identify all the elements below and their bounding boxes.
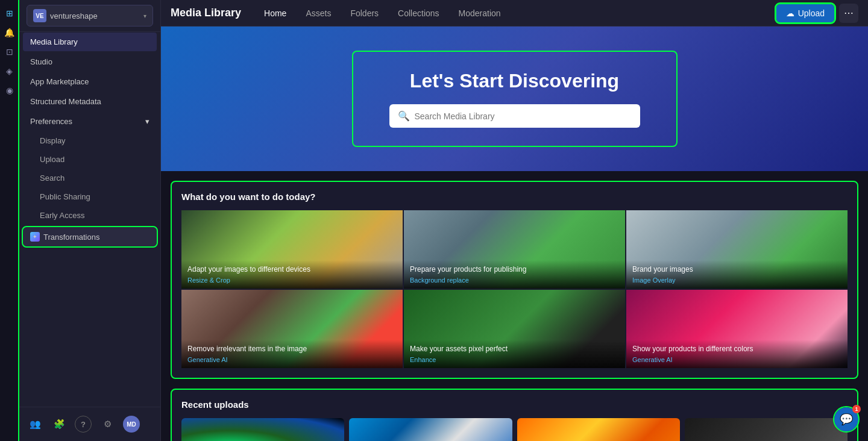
rail-home-icon[interactable]: ⊞ (1, 5, 18, 22)
upload-button[interactable]: ☁ Upload (776, 4, 834, 22)
card-overlay-6: Show your products in different colors G… (626, 340, 848, 368)
what-today-box: What do you want to do today? Adapt your… (171, 181, 858, 379)
sidebar-sub-item-display[interactable]: Display (23, 132, 157, 149)
nav-folders[interactable]: Folders (342, 5, 387, 22)
chat-support-button[interactable]: 💬 1 (834, 407, 858, 431)
card-title-3: Brand your images (632, 265, 841, 275)
action-card-resize-crop[interactable]: Adapt your images to different devices R… (181, 210, 403, 289)
search-icon: 🔍 (398, 110, 410, 122)
card-title-1: Adapt your images to different devices (187, 265, 397, 275)
topbar: Media Library Home Assets Folders Collec… (161, 0, 868, 27)
cloud-upload-icon: ☁ (786, 8, 794, 18)
card-overlay-3: Brand your images Image Overlay (626, 260, 848, 289)
sidebar-header: VE ventureshape ▾ (19, 0, 160, 32)
hero-section: Let's Start Discovering 🔍 (161, 27, 868, 171)
upload-item-1[interactable] (181, 418, 344, 441)
more-options-button[interactable]: ⋯ (839, 4, 858, 23)
action-card-image-overlay[interactable]: Brand your images Image Overlay (626, 210, 848, 289)
main-area: Media Library Home Assets Folders Collec… (161, 0, 868, 441)
page-title: Media Library (171, 7, 241, 19)
help-icon[interactable]: ? (75, 416, 92, 433)
action-grid: Adapt your images to different devices R… (181, 210, 848, 368)
what-today-section: What do you want to do today? Adapt your… (161, 171, 868, 441)
card-title-2: Prepare your products for publishing (410, 265, 619, 275)
user-avatar[interactable]: MD (123, 416, 140, 433)
card-link-2[interactable]: Background replace (410, 277, 619, 284)
recent-uploads-section: Recent uploads (171, 389, 858, 441)
nav-assets[interactable]: Assets (297, 5, 339, 22)
sidebar-sub-item-search[interactable]: Search (23, 169, 157, 187)
card-title-4: Remove irrelevant items in the image (187, 345, 397, 354)
sidebar-item-app-marketplace[interactable]: App Marketplace (23, 72, 157, 91)
action-card-generative-ai-2[interactable]: Show your products in different colors G… (626, 290, 848, 368)
upload-item-2[interactable] (349, 418, 512, 441)
card-link-5[interactable]: Enhance (410, 356, 619, 363)
sidebar-item-transformations[interactable]: ✦ Transformations (23, 227, 157, 246)
sidebar-sub-item-upload[interactable]: Upload (23, 151, 157, 168)
nav-moderation[interactable]: Moderation (450, 5, 509, 22)
rail-grid-icon[interactable]: ⊡ (1, 43, 18, 60)
sidebar-sub-item-public-sharing[interactable]: Public Sharing (23, 188, 157, 205)
nav-home[interactable]: Home (256, 5, 295, 22)
users-icon[interactable]: 👥 (27, 416, 43, 433)
sidebar-item-media-library[interactable]: Media Library (23, 33, 157, 51)
upload-item-3[interactable] (517, 418, 680, 441)
hero-title: Let's Start Discovering (389, 70, 640, 92)
hero-search-bar[interactable]: 🔍 (389, 104, 640, 128)
puzzle-icon[interactable]: 🧩 (51, 416, 68, 433)
rail-bell-icon[interactable]: 🔔 (1, 24, 18, 41)
action-card-background-replace[interactable]: Prepare your products for publishing Bac… (404, 210, 625, 289)
card-link-6[interactable]: Generative AI (632, 356, 841, 363)
topbar-nav: Home Assets Folders Collections Moderati… (256, 5, 509, 22)
upload-item-4[interactable] (685, 418, 848, 441)
preferences-chevron-icon: ▾ (145, 117, 149, 126)
action-card-generative-ai-1[interactable]: Remove irrelevant items in the image Gen… (181, 290, 403, 368)
sidebar-item-structured-metadata[interactable]: Structured Metadata (23, 92, 157, 111)
card-overlay-2: Prepare your products for publishing Bac… (404, 260, 625, 289)
settings-icon[interactable]: ⚙ (99, 416, 116, 433)
sidebar-bottom: 👥 🧩 ? ⚙ MD (19, 407, 160, 441)
card-title-6: Show your products in different colors (632, 345, 841, 354)
transform-icon: ✦ (30, 232, 40, 242)
icon-rail: ⊞ 🔔 ⊡ ◈ ◉ (0, 0, 19, 441)
card-title-5: Make your assets pixel perfect (410, 345, 619, 354)
card-overlay-1: Adapt your images to different devices R… (181, 260, 403, 289)
hero-box: Let's Start Discovering 🔍 (352, 51, 678, 147)
topbar-actions: ☁ Upload ⋯ (776, 4, 858, 23)
content-area: Let's Start Discovering 🔍 What do you wa… (161, 27, 868, 441)
card-link-1[interactable]: Resize & Crop (187, 277, 397, 284)
workspace-name: ventureshape (50, 11, 140, 20)
sidebar-item-studio[interactable]: Studio (23, 52, 157, 71)
what-today-title: What do you want to do today? (181, 192, 848, 202)
card-overlay-5: Make your assets pixel perfect Enhance (404, 340, 625, 368)
workspace-avatar: VE (33, 9, 46, 22)
card-link-4[interactable]: Generative AI (187, 356, 397, 363)
nav-collections[interactable]: Collections (389, 5, 447, 22)
chat-badge: 1 (852, 405, 861, 413)
workspace-selector[interactable]: VE ventureshape ▾ (27, 5, 153, 27)
rail-diamond-icon[interactable]: ◈ (1, 63, 18, 80)
card-link-3[interactable]: Image Overlay (632, 277, 841, 284)
card-overlay-4: Remove irrelevant items in the image Gen… (181, 340, 403, 368)
recent-uploads-title: Recent uploads (181, 399, 848, 410)
chat-icon: 💬 (840, 413, 853, 426)
sidebar: VE ventureshape ▾ Media Library Studio A… (19, 0, 161, 441)
workspace-chevron-icon: ▾ (143, 13, 146, 19)
search-input[interactable] (415, 111, 632, 121)
uploads-grid (181, 418, 848, 441)
action-card-enhance[interactable]: Make your assets pixel perfect Enhance (404, 290, 625, 368)
sidebar-sub-item-early-access[interactable]: Early Access (23, 207, 157, 224)
rail-circle-icon[interactable]: ◉ (1, 82, 18, 99)
sidebar-preferences-header[interactable]: Preferences ▾ (23, 112, 157, 131)
